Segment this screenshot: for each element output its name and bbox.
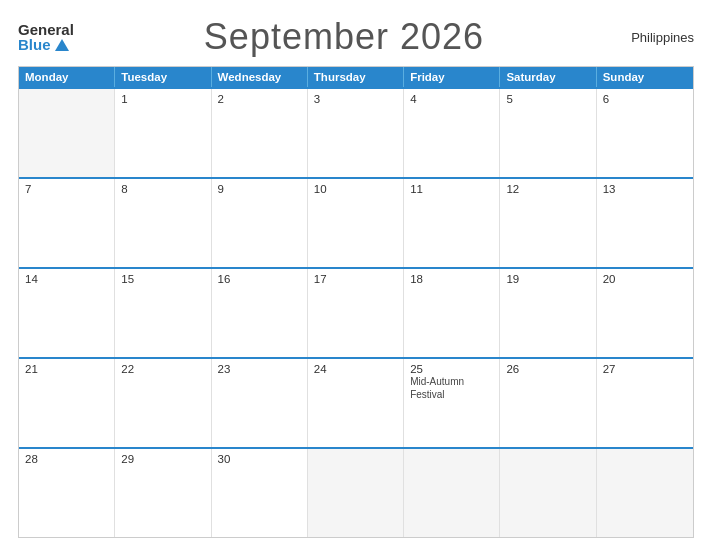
cell-empty-w5-7 bbox=[597, 449, 693, 537]
cell-7: 7 bbox=[19, 179, 115, 267]
cell-27: 27 bbox=[597, 359, 693, 447]
calendar-header-row: Monday Tuesday Wednesday Thursday Friday… bbox=[19, 67, 693, 87]
cell-empty-w5-5 bbox=[404, 449, 500, 537]
calendar-title: September 2026 bbox=[74, 16, 614, 58]
cell-empty-w5-6 bbox=[500, 449, 596, 537]
cell-5: 5 bbox=[500, 89, 596, 177]
cell-empty bbox=[19, 89, 115, 177]
cell-21: 21 bbox=[19, 359, 115, 447]
col-sunday: Sunday bbox=[597, 67, 693, 87]
cell-18: 18 bbox=[404, 269, 500, 357]
cell-17: 17 bbox=[308, 269, 404, 357]
col-saturday: Saturday bbox=[500, 67, 596, 87]
cell-10: 10 bbox=[308, 179, 404, 267]
cell-6: 6 bbox=[597, 89, 693, 177]
header: General Blue September 2026 Philippines bbox=[18, 16, 694, 58]
country-label: Philippines bbox=[614, 30, 694, 45]
cell-14: 14 bbox=[19, 269, 115, 357]
cell-8: 8 bbox=[115, 179, 211, 267]
cell-25: 25 Mid-Autumn Festival bbox=[404, 359, 500, 447]
col-friday: Friday bbox=[404, 67, 500, 87]
logo: General Blue bbox=[18, 22, 74, 52]
cell-19: 19 bbox=[500, 269, 596, 357]
cell-13: 13 bbox=[597, 179, 693, 267]
logo-blue-text: Blue bbox=[18, 37, 74, 52]
cell-22: 22 bbox=[115, 359, 211, 447]
cell-1: 1 bbox=[115, 89, 211, 177]
col-thursday: Thursday bbox=[308, 67, 404, 87]
cell-4: 4 bbox=[404, 89, 500, 177]
cell-24: 24 bbox=[308, 359, 404, 447]
cell-20: 20 bbox=[597, 269, 693, 357]
cell-30: 30 bbox=[212, 449, 308, 537]
cell-29: 29 bbox=[115, 449, 211, 537]
logo-triangle-icon bbox=[55, 39, 69, 51]
week-2: 7 8 9 10 11 12 13 bbox=[19, 177, 693, 267]
cell-16: 16 bbox=[212, 269, 308, 357]
cell-empty-w5-4 bbox=[308, 449, 404, 537]
cell-3: 3 bbox=[308, 89, 404, 177]
col-tuesday: Tuesday bbox=[115, 67, 211, 87]
calendar-body: 1 2 3 4 5 6 7 8 9 10 11 12 13 14 15 16 bbox=[19, 87, 693, 537]
cell-2: 2 bbox=[212, 89, 308, 177]
week-1: 1 2 3 4 5 6 bbox=[19, 87, 693, 177]
cell-9: 9 bbox=[212, 179, 308, 267]
cell-11: 11 bbox=[404, 179, 500, 267]
col-wednesday: Wednesday bbox=[212, 67, 308, 87]
calendar: Monday Tuesday Wednesday Thursday Friday… bbox=[18, 66, 694, 538]
week-4: 21 22 23 24 25 Mid-Autumn Festival 26 27 bbox=[19, 357, 693, 447]
col-monday: Monday bbox=[19, 67, 115, 87]
page: General Blue September 2026 Philippines … bbox=[0, 0, 712, 550]
cell-28: 28 bbox=[19, 449, 115, 537]
cell-12: 12 bbox=[500, 179, 596, 267]
week-5: 28 29 30 bbox=[19, 447, 693, 537]
cell-26: 26 bbox=[500, 359, 596, 447]
cell-23: 23 bbox=[212, 359, 308, 447]
cell-15: 15 bbox=[115, 269, 211, 357]
week-3: 14 15 16 17 18 19 20 bbox=[19, 267, 693, 357]
mid-autumn-festival-event: Mid-Autumn Festival bbox=[410, 376, 464, 400]
logo-general-text: General bbox=[18, 22, 74, 37]
